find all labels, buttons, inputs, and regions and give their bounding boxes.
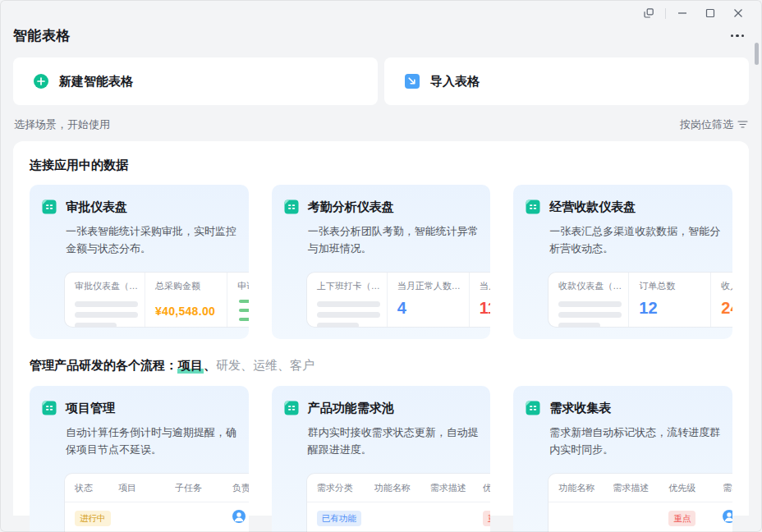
template-card-request-collection[interactable]: 需求收集表 需求新增自动标记状态，流转进度群内实时同步。 功能名称 需求描述 优…: [513, 386, 732, 532]
table-header: 子任务: [175, 482, 232, 494]
close-icon[interactable]: [724, 6, 752, 21]
table-row: 已有功能 重点: [307, 510, 491, 526]
card-preview: 功能名称 需求描述 优先级 需求负责人 重点: [548, 473, 732, 532]
preview-column-header: 收款仪表盘（…: [558, 280, 628, 292]
template-card-revenue-dashboard[interactable]: 经营收款仪表盘 一张表汇总多渠道收款数据，智能分析营收动态。 收款仪表盘（… 订…: [513, 185, 732, 339]
table-header: 需求描述: [613, 482, 668, 494]
page-title: 智能表格: [13, 26, 71, 45]
table-header: 功能名称: [558, 482, 613, 494]
table-header: 项目: [118, 482, 175, 494]
table-header: 状态: [75, 482, 118, 494]
green-tag: [239, 300, 249, 303]
avatar: [232, 510, 246, 523]
preview-column-header: 收入总额: [721, 280, 732, 292]
section-connected-data: 连接应用中的数据 审批仪表盘 一张表智能统计采购审批，实时监控金额与状态分布。: [30, 158, 732, 339]
card-title: 项目管理: [66, 401, 115, 416]
section-title-with-tabs: 管理产品研发的各个流程：项目、研发、运维、客户: [30, 358, 732, 374]
scrollbar-thumb[interactable]: [755, 43, 759, 65]
tab-ops[interactable]: 运维: [253, 358, 278, 372]
card-row-dashboards: 审批仪表盘 一张表智能统计采购审批，实时监控金额与状态分布。 审批仪表盘（… 总…: [30, 185, 732, 339]
preview-number-value: 11: [480, 299, 491, 318]
tab-customer[interactable]: 客户: [290, 358, 314, 372]
green-tag: [239, 318, 249, 321]
template-card-attendance-dashboard[interactable]: 考勤分析仪表盘 一张表分析团队考勤，智能统计异常与加班情况。 上下班打卡（… 当…: [272, 185, 491, 339]
card-description: 自动计算任务倒计时与逾期提醒，确保项目节点不延误。: [66, 424, 239, 458]
plus-icon: [34, 74, 48, 89]
card-preview: 状态 项目 子任务 负责人 进行中: [64, 473, 249, 532]
template-card-project-management[interactable]: 项目管理 自动计算任务倒计时与逾期提醒，确保项目节点不延误。 状态 项目 子任务…: [30, 386, 249, 532]
smart-table-icon: [41, 199, 57, 215]
section-product-flow: 管理产品研发的各个流程：项目、研发、运维、客户 项目管理 自动计算任务倒计时与逾…: [30, 358, 732, 532]
card-title: 审批仪表盘: [66, 200, 127, 215]
table-header: 优先级: [668, 482, 723, 494]
import-table-label: 导入表格: [430, 74, 480, 89]
priority-badge: 重点: [668, 511, 695, 526]
titlebar: [0, 0, 762, 20]
smart-table-icon: [283, 199, 300, 215]
card-title: 考勤分析仪表盘: [308, 200, 394, 215]
preview-column-header: 申请人数: [237, 280, 249, 292]
card-title: 产品功能需求池: [308, 401, 394, 416]
section-title: 连接应用中的数据: [30, 158, 732, 173]
card-description: 一张表汇总多渠道收款数据，智能分析营收动态。: [549, 222, 723, 257]
avatar: [723, 510, 732, 523]
section-title: 管理产品研发的各个流程：: [30, 358, 177, 372]
table-row: 进行中: [65, 510, 249, 526]
tab-rnd[interactable]: 研发: [216, 358, 241, 372]
table-header: 需求描述: [430, 482, 483, 494]
card-preview: 审批仪表盘（… 总采购金额 ¥40,548.00 申请人数: [64, 272, 249, 328]
preview-number-value: 12: [639, 299, 710, 318]
tab-project[interactable]: 项目: [177, 358, 204, 374]
filter-icon: [737, 119, 748, 131]
smart-table-icon: [283, 400, 300, 416]
scene-panel: 连接应用中的数据 审批仪表盘 一张表智能统计采购审批，实时监控金额与状态分布。: [13, 141, 749, 516]
minimize-icon[interactable]: [668, 6, 696, 21]
titlebar-separator: [665, 8, 666, 19]
card-description: 一张表分析团队考勤，智能统计异常与加班情况。: [308, 222, 481, 257]
preview-column-header: 当月异常人数: [480, 280, 491, 292]
preview-number-value: 4: [397, 299, 469, 318]
card-title: 需求收集表: [549, 401, 611, 416]
card-description: 需求新增自动标记状态，流转进度群内实时同步。: [549, 424, 723, 458]
create-smart-table-label: 新建智能表格: [59, 74, 133, 89]
green-tag: [239, 309, 249, 312]
smart-table-icon: [525, 199, 541, 215]
create-smart-table-button[interactable]: 新建智能表格: [13, 57, 378, 105]
priority-badge: 重点: [483, 511, 491, 526]
scene-hint: 选择场景，开始使用: [14, 117, 110, 132]
more-menu-icon[interactable]: [729, 30, 746, 43]
filter-by-role-button[interactable]: 按岗位筛选: [680, 117, 748, 132]
preview-column-header: 当月正常人数…: [397, 280, 469, 292]
table-header: 负责人: [232, 482, 249, 494]
preview-amount-value: ¥40,548.00: [155, 305, 227, 318]
action-button-row: 新建智能表格 导入表格: [13, 57, 749, 105]
card-preview: 收款仪表盘（… 订单总数 12 收入总额 24: [548, 272, 732, 328]
table-header: 优先级: [483, 482, 491, 494]
preview-number-value: 24: [721, 299, 732, 318]
app-header: 智能表格: [0, 20, 762, 45]
scene-bar: 选择场景，开始使用 按岗位筛选: [14, 117, 748, 132]
table-header: 需求负责人: [723, 482, 732, 494]
preview-column-header: 审批仪表盘（…: [75, 280, 145, 292]
import-icon: [405, 74, 420, 89]
template-card-feature-request-pool[interactable]: 产品功能需求池 群内实时接收需求状态更新，自动提醒跟进进度。 需求分类 功能名称…: [272, 386, 491, 532]
card-preview: 需求分类 功能名称 需求描述 优先级 已有功能 重点: [306, 473, 491, 532]
template-card-approval-dashboard[interactable]: 审批仪表盘 一张表智能统计采购审批，实时监控金额与状态分布。 审批仪表盘（… 总…: [30, 185, 249, 339]
card-title: 经营收款仪表盘: [549, 200, 636, 215]
card-description: 群内实时接收需求状态更新，自动提醒跟进进度。: [308, 424, 481, 458]
preview-column-header: 订单总数: [639, 280, 710, 292]
preview-column-header: 上下班打卡（…: [317, 280, 387, 292]
import-table-button[interactable]: 导入表格: [384, 57, 749, 105]
category-badge: 已有功能: [317, 511, 361, 526]
table-row: 重点: [549, 510, 732, 526]
card-description: 一张表智能统计采购审批，实时监控金额与状态分布。: [66, 222, 239, 257]
card-preview: 上下班打卡（… 当月正常人数… 4 当月异常人数 11: [306, 272, 491, 328]
filter-by-role-label: 按岗位筛选: [680, 117, 733, 132]
popout-icon[interactable]: [635, 6, 663, 21]
smart-table-icon: [41, 400, 57, 416]
preview-column-header: 总采购金额: [155, 280, 227, 292]
table-header: 功能名称: [374, 482, 430, 494]
card-row-flows: 项目管理 自动计算任务倒计时与逾期提醒，确保项目节点不延误。 状态 项目 子任务…: [30, 386, 732, 532]
smart-table-icon: [525, 400, 541, 416]
maximize-icon[interactable]: [696, 6, 724, 21]
